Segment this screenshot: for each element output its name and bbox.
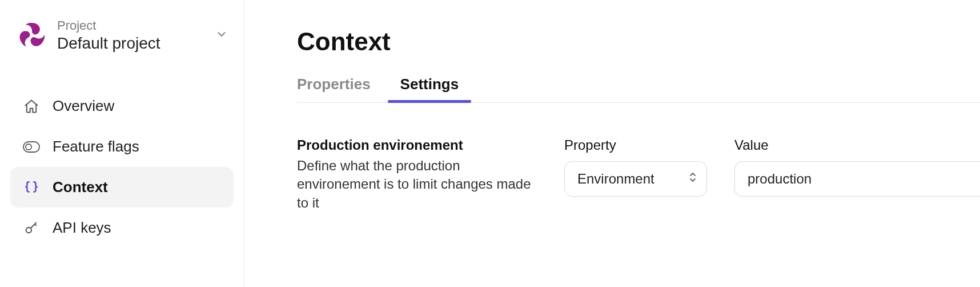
project-name: Default project [57,34,206,53]
toggle-icon [23,141,40,153]
project-picker[interactable]: Project Default project [10,14,234,57]
sidebar-item-label: API keys [53,219,111,237]
value-input[interactable] [734,161,980,197]
home-icon [23,98,40,114]
sidebar-item-overview[interactable]: Overview [10,86,234,126]
value-field: Value [734,137,980,197]
sidebar: Project Default project Overview Feature… [0,0,244,287]
project-eyebrow: Project [57,18,206,33]
sidebar-item-label: Feature flags [53,138,139,156]
value-label: Value [734,137,980,153]
nav: Overview Feature flags Context API keys [10,86,234,248]
logo-icon [16,19,48,51]
sidebar-item-context[interactable]: Context [10,167,234,208]
setting-title: Production environement [297,137,537,153]
main: Context Properties Settings Production e… [244,0,980,287]
chevron-down-icon [215,28,228,43]
page-title: Context [297,27,980,56]
sidebar-item-label: Overview [53,97,114,115]
tabs: Properties Settings [297,75,980,103]
select-updown-icon [688,171,697,187]
braces-icon [23,180,40,195]
setting-description: Production environement Define what the … [297,137,537,212]
svg-point-2 [26,144,31,150]
property-select-value: Environment [577,171,654,187]
sidebar-item-feature-flags[interactable]: Feature flags [10,126,234,167]
tab-settings[interactable]: Settings [400,75,459,102]
property-field: Property Environment [564,137,707,197]
settings-row: Production environement Define what the … [297,137,980,212]
setting-body: Define what the production environement … [297,157,537,212]
property-label: Property [564,137,707,153]
sidebar-item-api-keys[interactable]: API keys [10,208,234,248]
sidebar-item-label: Context [53,178,108,196]
project-labels: Project Default project [57,18,206,53]
key-icon [23,220,40,236]
tab-label: Settings [400,75,459,93]
tab-properties[interactable]: Properties [297,75,371,102]
property-select[interactable]: Environment [564,161,707,197]
tab-label: Properties [297,75,371,93]
